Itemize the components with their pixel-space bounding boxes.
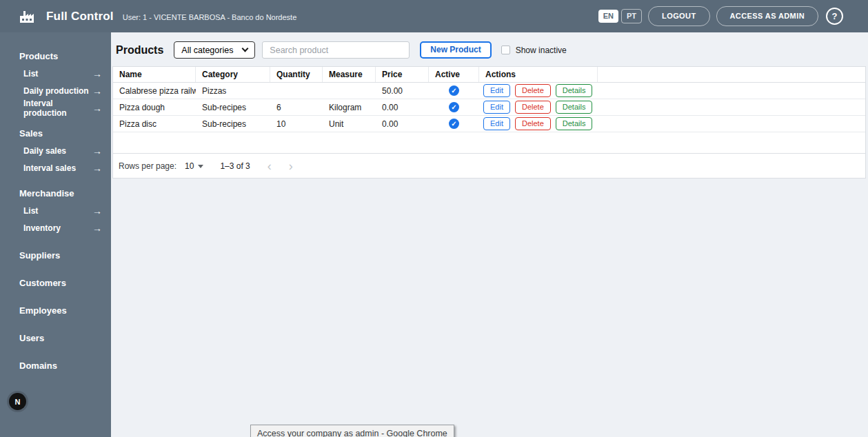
show-inactive-label: Show inactive (516, 45, 567, 55)
delete-button[interactable]: Delete (515, 101, 551, 114)
caret-down-icon (198, 165, 203, 168)
active-check-icon: ✓ (449, 102, 459, 112)
products-toolbar: Products All categories New Product Show… (116, 41, 567, 59)
sidebar-section-products[interactable]: Products (0, 48, 111, 65)
app-title: Full Control (46, 10, 114, 23)
rows-per-page-select[interactable]: 10 (185, 161, 203, 171)
details-button[interactable]: Details (556, 101, 593, 114)
help-icon[interactable]: ? (826, 8, 843, 25)
column-header-price: Price (376, 67, 429, 82)
taskbar-tooltip: Access your company as admin - Google Ch… (250, 425, 454, 437)
products-table: Name Category Quantity Measure Price Act… (112, 66, 866, 179)
cell-price: 0.00 (376, 119, 429, 129)
cell-price: 50.00 (376, 86, 429, 96)
table-row: Pizza disc Sub-recipes 10 Unit 0.00 ✓ Ed… (113, 116, 865, 132)
table-empty-space (113, 132, 865, 153)
details-button[interactable]: Details (556, 84, 593, 97)
logout-button[interactable]: LOGOUT (648, 6, 709, 26)
sidebar-item-products-list[interactable]: List → (0, 65, 111, 82)
cell-measure: Kilogram (323, 103, 376, 112)
cell-measure: Unit (323, 119, 376, 129)
previous-page-icon[interactable]: ‹ (268, 160, 272, 172)
sidebar-section-sales[interactable]: Sales (0, 125, 111, 142)
cell-actions: Edit Delete Details (479, 117, 598, 130)
user-info: User: 1 - VICENTE BARBOSA - Banco do Nor… (123, 13, 296, 21)
cell-actions: Edit Delete Details (479, 101, 598, 114)
language-pt-button[interactable]: PT (621, 9, 642, 23)
arrow-right-icon: → (92, 205, 102, 216)
rows-per-page-label: Rows per page: (119, 161, 176, 171)
table-row: Pizza dough Sub-recipes 6 Kilogram 0.00 … (113, 99, 865, 116)
language-en-button[interactable]: EN (598, 10, 618, 23)
category-select-value: All categories (181, 45, 233, 55)
column-header-actions: Actions (479, 67, 598, 82)
sidebar-section-merchandise[interactable]: Merchandise (0, 185, 111, 202)
cell-quantity: 6 (270, 103, 323, 112)
arrow-right-icon: → (92, 68, 102, 79)
sidebar-item-suppliers[interactable]: Suppliers (0, 247, 111, 264)
sidebar-item-users[interactable]: Users (0, 329, 111, 347)
access-as-admin-button[interactable]: ACCESS AS ADMIN (716, 6, 818, 26)
delete-button[interactable]: Delete (515, 117, 551, 130)
app-header: Full Control User: 1 - VICENTE BARBOSA -… (0, 0, 868, 32)
cell-active: ✓ (429, 102, 479, 112)
sidebar-item-employees[interactable]: Employees (0, 302, 111, 319)
sidebar-item-inventory[interactable]: Inventory → (0, 219, 111, 236)
details-button[interactable]: Details (556, 117, 593, 130)
arrow-right-icon: → (92, 145, 102, 156)
chevron-down-icon (242, 45, 249, 52)
sidebar-item-domains[interactable]: Domains (0, 357, 111, 374)
search-input[interactable] (262, 41, 410, 59)
pagination-range: 1–3 of 3 (220, 161, 250, 171)
column-header-name: Name (113, 67, 196, 82)
factory-icon (19, 9, 37, 23)
column-header-filler (598, 67, 865, 82)
active-check-icon: ✓ (449, 85, 459, 96)
edit-button[interactable]: Edit (483, 117, 510, 130)
category-select[interactable]: All categories (174, 41, 255, 59)
edit-button[interactable]: Edit (483, 84, 510, 97)
cell-name: Pizza disc (113, 119, 196, 129)
cell-category: Sub-recipes (196, 119, 270, 129)
column-header-active: Active (429, 67, 479, 82)
cell-active: ✓ (429, 85, 479, 96)
cell-quantity: 10 (270, 119, 323, 129)
cell-category: Pizzas (196, 86, 270, 96)
table-header-row: Name Category Quantity Measure Price Act… (113, 67, 865, 83)
cell-price: 0.00 (376, 103, 429, 112)
cell-actions: Edit Delete Details (479, 84, 598, 97)
show-inactive-checkbox[interactable] (501, 45, 510, 54)
cell-name: Pizza dough (113, 103, 196, 112)
active-check-icon: ✓ (449, 119, 459, 129)
cell-active: ✓ (429, 119, 479, 129)
page-title: Products (116, 44, 163, 57)
table-pagination: Rows per page: 10 1–3 of 3 ‹ › (113, 153, 865, 178)
sidebar-item-interval-sales[interactable]: Interval sales → (0, 159, 111, 176)
table-row: Calabrese pizza railway Pizzas 50.00 ✓ E… (113, 83, 865, 99)
new-product-button[interactable]: New Product (420, 41, 491, 59)
column-header-quantity: Quantity (270, 67, 323, 82)
edit-button[interactable]: Edit (483, 101, 510, 114)
arrow-right-icon: → (92, 85, 102, 96)
arrow-right-icon: → (92, 103, 102, 114)
next-page-icon[interactable]: › (289, 160, 293, 172)
sidebar-item-daily-production[interactable]: Daily production → (0, 82, 111, 99)
show-inactive-toggle[interactable]: Show inactive (501, 45, 567, 55)
cell-name: Calabrese pizza railway (113, 86, 196, 96)
cell-category: Sub-recipes (196, 103, 270, 112)
arrow-right-icon: → (92, 163, 102, 174)
sidebar-item-merchandise-list[interactable]: List → (0, 202, 111, 219)
sidebar-item-daily-sales[interactable]: Daily sales → (0, 142, 111, 159)
column-header-category: Category (196, 67, 270, 82)
notification-avatar-button[interactable]: N (9, 393, 26, 410)
sidebar-item-customers[interactable]: Customers (0, 274, 111, 292)
column-header-measure: Measure (323, 67, 376, 82)
arrow-right-icon: → (92, 223, 102, 234)
header-actions: EN PT LOGOUT ACCESS AS ADMIN ? (598, 6, 843, 26)
sidebar-item-interval-production[interactable]: Interval production → (0, 99, 111, 116)
main-content: Products All categories New Product Show… (111, 32, 868, 437)
delete-button[interactable]: Delete (515, 84, 551, 97)
sidebar: Products List → Daily production → Inter… (0, 32, 111, 437)
